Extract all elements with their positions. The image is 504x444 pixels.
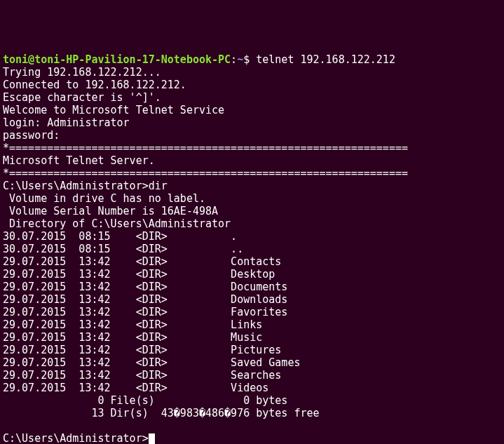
output-line: Welcome to Microsoft Telnet Service — [3, 104, 501, 116]
output-line: Escape character is '^]'. — [3, 91, 501, 104]
final-prompt-line: C:\Users\Administrator> — [3, 432, 501, 444]
dir-entry: 29.07.2015 13:42 <DIR> Favorites — [3, 306, 501, 318]
directory-listing: 30.07.2015 08:15 <DIR> .30.07.2015 08:15… — [3, 230, 501, 394]
separator-line: *=======================================… — [3, 167, 501, 180]
volume-label-line: Volume in drive C has no label. — [3, 192, 501, 205]
dir-entry: 29.07.2015 13:42 <DIR> Saved Games — [3, 356, 501, 369]
prompt-dollar: $ — [243, 53, 256, 66]
dir-command-line: C:\Users\Administrator>dir — [3, 180, 501, 192]
separator-line: *=======================================… — [3, 142, 501, 154]
output-line: Trying 192.168.122.212... — [3, 66, 501, 79]
volume-serial-line: Volume Serial Number is 16AE-498A — [3, 205, 501, 217]
output-line: Connected to 192.168.122.212. — [3, 79, 501, 91]
prompt-colon: : — [231, 53, 237, 66]
dir-entry: 30.07.2015 08:15 <DIR> . — [3, 230, 501, 243]
blank-line — [3, 419, 501, 432]
dir-entry: 29.07.2015 13:42 <DIR> Links — [3, 318, 501, 331]
win-prompt: C:\Users\Administrator> — [3, 432, 149, 444]
directory-of-line: Directory of C:\Users\Administrator — [3, 217, 501, 230]
dir-entry: 29.07.2015 13:42 <DIR> Documents — [3, 281, 501, 293]
cursor-icon — [149, 433, 155, 445]
password-line: password: — [3, 129, 501, 142]
login-line: login: Administrator — [3, 116, 501, 129]
dir-summary-line: 13 Dir(s) 43�983�486�976 bytes free — [3, 407, 501, 419]
prompt-user-host: toni@toni-HP-Pavilion-17-Notebook-PC — [3, 53, 231, 66]
dir-entry: 29.07.2015 13:42 <DIR> Desktop — [3, 268, 501, 281]
file-summary-line: 0 File(s) 0 bytes — [3, 394, 501, 407]
terminal-window[interactable]: toni@toni-HP-Pavilion-17-Notebook-PC:~$ … — [3, 53, 501, 444]
dir-entry: 29.07.2015 13:42 <DIR> Downloads — [3, 293, 501, 306]
dir-entry: 29.07.2015 13:42 <DIR> Videos — [3, 382, 501, 394]
dir-entry: 29.07.2015 13:42 <DIR> Searches — [3, 369, 501, 382]
command-text: telnet 192.168.122.212 — [256, 53, 395, 66]
prompt-path: ~ — [237, 53, 243, 66]
server-banner: Microsoft Telnet Server. — [3, 154, 501, 167]
dir-entry: 29.07.2015 13:42 <DIR> Music — [3, 331, 501, 344]
prompt-line: toni@toni-HP-Pavilion-17-Notebook-PC:~$ … — [3, 53, 501, 66]
dir-entry: 29.07.2015 13:42 <DIR> Pictures — [3, 344, 501, 356]
dir-entry: 29.07.2015 13:42 <DIR> Contacts — [3, 255, 501, 268]
dir-entry: 30.07.2015 08:15 <DIR> .. — [3, 243, 501, 255]
